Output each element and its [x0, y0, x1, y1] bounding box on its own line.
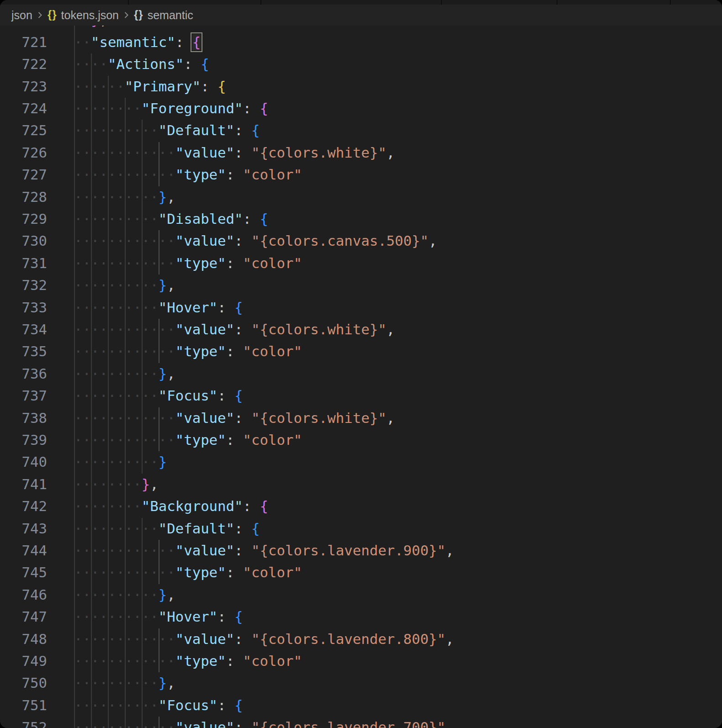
code-line[interactable]: 751··········"Focus": { [0, 695, 722, 717]
code-line[interactable]: 737··········"Focus": { [0, 385, 722, 407]
code-line[interactable]: 749············"type": "color" [0, 650, 722, 672]
code-line[interactable]: 734············"value": "{colors.white}"… [0, 319, 722, 341]
code-line[interactable]: 747··········"Hover": { [0, 606, 722, 628]
code-line[interactable]: 736··········}, [0, 363, 722, 385]
whitespace-dots: ············ [74, 410, 175, 426]
code-line-text: ········"Foreground": { [74, 98, 268, 120]
code-line-text: ··········} [74, 451, 167, 473]
code-line[interactable]: 721··"semantic": { [0, 32, 722, 53]
code-line[interactable]: 745············"type": "color" [0, 562, 722, 584]
whitespace-dots: ·········· [74, 189, 159, 205]
line-number: 751 [0, 695, 47, 717]
code-line[interactable]: 733··········"Hover": { [0, 297, 722, 319]
line-number: 741 [0, 474, 47, 496]
code-line[interactable]: 741········}, [0, 474, 722, 496]
whitespace-dots: ············ [74, 564, 175, 580]
object-symbol-icon: {} [134, 9, 143, 20]
chevron-right-icon [123, 10, 129, 20]
line-number: 731 [0, 253, 47, 274]
whitespace-dots: ·········· [74, 300, 159, 316]
line-number: 727 [0, 164, 47, 186]
code-line[interactable]: 738············"value": "{colors.white}"… [0, 407, 722, 429]
matched-bracket: { [192, 34, 201, 50]
tab-divider [260, 0, 261, 5]
code-line[interactable]: 746··········}, [0, 584, 722, 606]
code-line-text: ············"value": "{colors.canvas.500… [74, 230, 437, 252]
code-line[interactable]: 727············"type": "color" [0, 164, 722, 186]
whitespace-dots: ············ [74, 322, 175, 338]
code-line-text: ··········}, [74, 672, 175, 694]
code-line[interactable]: 731············"type": "color" [0, 253, 722, 274]
code-line[interactable]: 728··········}, [0, 186, 722, 208]
line-number: 737 [0, 385, 47, 407]
whitespace-dots: ·········· [74, 521, 159, 537]
whitespace-dots: ·········· [74, 388, 159, 404]
whitespace-dots: ············ [74, 653, 175, 669]
code-line[interactable]: 723······"Primary": { [0, 76, 722, 98]
code-line[interactable]: 725··········"Default": { [0, 120, 722, 142]
breadcrumb-item-json[interactable]: json [11, 9, 32, 22]
line-number: 723 [0, 76, 47, 98]
code-line[interactable]: 735············"type": "color" [0, 341, 722, 363]
line-number: 733 [0, 297, 47, 319]
breadcrumb-item-file[interactable]: {} tokens.json [48, 9, 119, 22]
whitespace-dots: ············ [74, 145, 175, 161]
code-line[interactable]: 752············"value": "{colors.lavende… [0, 717, 722, 728]
tab-divider [670, 0, 671, 5]
code-line[interactable]: 730············"value": "{colors.canvas.… [0, 230, 722, 252]
line-number: 725 [0, 120, 47, 142]
line-number: 745 [0, 562, 47, 584]
line-number: 748 [0, 628, 47, 650]
code-line-text: ············"value": "{colors.lavender.7… [74, 717, 454, 728]
code-line-text: ············"value": "{colors.white}", [74, 407, 395, 429]
whitespace-dots: ·········· [74, 211, 159, 227]
code-line[interactable]: 750··········}, [0, 672, 722, 694]
code-line-text: ············"type": "color" [74, 253, 302, 274]
code-line[interactable]: 726············"value": "{colors.white}"… [0, 142, 722, 164]
tab-divider [441, 0, 442, 5]
json-file-icon: {} [48, 9, 57, 20]
code-line[interactable]: 744············"value": "{colors.lavende… [0, 540, 722, 562]
whitespace-dots: ······ [74, 79, 125, 95]
whitespace-dots: ·· [74, 34, 91, 50]
code-line[interactable]: 732··········}, [0, 274, 722, 296]
whitespace-dots: ········ [74, 100, 142, 116]
whitespace-dots: ···· [74, 56, 108, 72]
code-line-text: ··········}, [74, 363, 175, 385]
line-number: 724 [0, 98, 47, 120]
code-line[interactable]: 729··········"Disabled": { [0, 208, 722, 230]
tab-divider [128, 0, 129, 5]
line-number: 749 [0, 650, 47, 672]
code-line[interactable]: 740··········} [0, 451, 722, 473]
code-line-text: ··········"Focus": { [74, 385, 243, 407]
whitespace-dots: ············ [74, 432, 175, 448]
code-line-text: ··········"Default": { [74, 120, 260, 142]
chevron-right-icon [37, 10, 43, 20]
code-line[interactable]: 722····"Actions": { [0, 53, 722, 75]
code-editor[interactable]: 720··},721··"semantic": {722····"Actions… [0, 0, 722, 728]
code-line[interactable]: 743··········"Default": { [0, 518, 722, 540]
breadcrumb-item-symbol[interactable]: {} semantic [134, 9, 193, 22]
code-line[interactable]: 739············"type": "color" [0, 429, 722, 451]
code-line-text: ··········"Default": { [74, 518, 260, 540]
whitespace-dots: ········ [74, 498, 142, 514]
whitespace-dots: ············ [74, 255, 175, 271]
code-line-text: ······"Primary": { [74, 76, 226, 98]
line-number: 735 [0, 341, 47, 363]
line-number: 750 [0, 672, 47, 694]
code-line[interactable]: 742········"Background": { [0, 496, 722, 517]
code-line[interactable]: 748············"value": "{colors.lavende… [0, 628, 722, 650]
code-line-text: ··········"Hover": { [74, 297, 243, 319]
whitespace-dots: ············ [74, 631, 175, 647]
line-number: 747 [0, 606, 47, 628]
whitespace-dots: ········ [74, 476, 142, 492]
code-line-text: ··········"Focus": { [74, 695, 243, 717]
code-line[interactable]: 724········"Foreground": { [0, 98, 722, 120]
whitespace-dots: ·········· [74, 366, 159, 382]
line-number: 730 [0, 230, 47, 252]
code-line-text: ············"value": "{colors.white}", [74, 142, 395, 164]
vscode-editor-window: json {} tokens.json {} semantic 720··},7… [0, 0, 722, 728]
tab-bar[interactable] [0, 0, 722, 5]
code-line-text: ············"type": "color" [74, 650, 302, 672]
code-line-text: ············"value": "{colors.lavender.8… [74, 628, 454, 650]
